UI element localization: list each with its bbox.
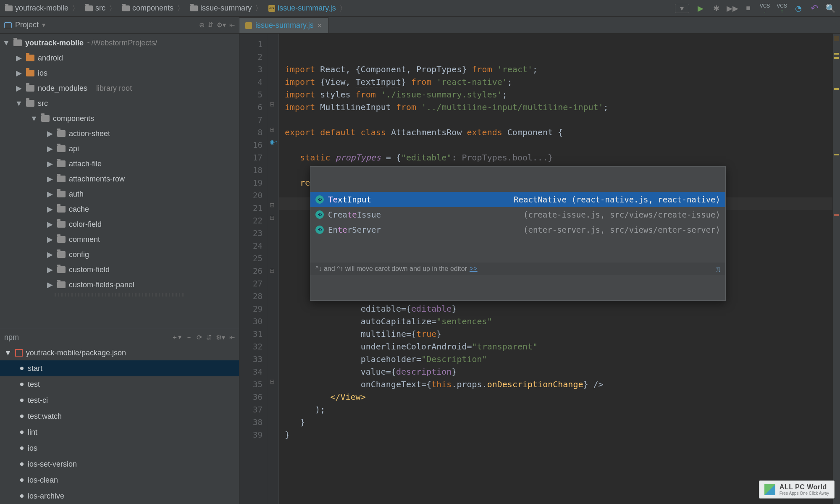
gear-icon[interactable]: ⚙▾ xyxy=(216,333,225,341)
project-tree[interactable]: ▼ youtrack-mobile ~/WebstormProjects/ ▶a… xyxy=(0,34,239,329)
fold-gutter[interactable]: ⊟ ⊞ ◉↑ ⊟ ⊟ ⊟ ⊟ xyxy=(267,34,279,504)
tree-root[interactable]: ▼ youtrack-mobile ~/WebstormProjects/ xyxy=(0,35,239,50)
fold-icon[interactable]: ⊟ xyxy=(270,202,275,208)
tab-issue-summary[interactable]: issue-summary.js ✕ xyxy=(239,17,328,33)
npm-script-item[interactable]: test xyxy=(0,376,239,392)
error-stripe[interactable] xyxy=(832,34,840,504)
chevron-right-icon[interactable]: ▶ xyxy=(46,265,54,274)
tree-item[interactable]: ▶attachments-row xyxy=(0,171,239,186)
fold-icon[interactable]: ⊟ xyxy=(270,267,275,274)
line-number[interactable]: 17 xyxy=(239,151,262,164)
chevron-right-icon[interactable]: ▶ xyxy=(15,84,23,93)
coverage-icon[interactable]: ▶▶ xyxy=(728,4,737,13)
vcs-commit-icon[interactable]: VCS↑ xyxy=(777,3,787,13)
vcs-update-icon[interactable]: VCS↓ xyxy=(760,3,770,13)
completion-item[interactable]: ⟲EnterServer(enter-server.js, src/views/… xyxy=(310,222,725,237)
npm-script-item[interactable]: ios-archive xyxy=(0,488,239,504)
line-number[interactable]: 21 xyxy=(239,202,262,214)
line-number[interactable]: 26 xyxy=(239,265,262,277)
tree-item[interactable]: ▶action-sheet xyxy=(0,126,239,141)
npm-script-item[interactable]: test-ci xyxy=(0,392,239,408)
tree-item[interactable]: ▶api xyxy=(0,141,239,156)
chevron-right-icon[interactable]: ▶ xyxy=(46,129,54,138)
tree-item[interactable]: ▶cache xyxy=(0,202,239,217)
resize-handle[interactable] xyxy=(55,293,184,297)
line-number[interactable]: 22 xyxy=(239,214,262,227)
line-number[interactable]: 1 xyxy=(239,38,262,50)
fold-icon[interactable]: ⊞ xyxy=(270,126,275,133)
line-number[interactable]: 23 xyxy=(239,227,262,239)
line-number[interactable]: 31 xyxy=(239,328,262,340)
line-number[interactable]: 38 xyxy=(239,416,262,428)
locate-icon[interactable]: ⊕ xyxy=(199,21,205,29)
fold-icon[interactable]: ⊟ xyxy=(270,378,275,385)
line-number[interactable]: 6 xyxy=(239,101,262,113)
remove-icon[interactable]: － xyxy=(186,333,192,342)
fold-icon[interactable]: ⊟ xyxy=(270,214,275,221)
line-gutter[interactable]: 1234567816171819202122232425262728293031… xyxy=(239,34,267,504)
tree-item[interactable]: ▶auth xyxy=(0,186,239,202)
tree-item[interactable]: ▶custom-field xyxy=(0,262,239,277)
line-number[interactable]: 34 xyxy=(239,365,262,378)
chevron-right-icon[interactable]: ▶ xyxy=(46,280,54,289)
hide-icon[interactable]: ⇤ xyxy=(229,21,235,29)
chevron-right-icon[interactable]: ▶ xyxy=(46,189,54,199)
gear-icon[interactable]: ⚙▾ xyxy=(217,21,226,29)
line-number[interactable]: 24 xyxy=(239,239,262,252)
line-number[interactable]: 28 xyxy=(239,290,262,302)
chevron-right-icon[interactable]: ▶ xyxy=(46,250,54,259)
npm-script-item[interactable]: test:watch xyxy=(0,408,239,424)
completion-item[interactable]: ⟲CreateIssue(create-issue.js, src/views/… xyxy=(310,207,725,222)
tree-item[interactable]: ▶custom-fields-panel xyxy=(0,277,239,292)
line-number[interactable]: 27 xyxy=(239,277,262,290)
code-editor[interactable]: 1234567816171819202122232425262728293031… xyxy=(239,34,840,504)
chevron-right-icon[interactable]: ▶ xyxy=(15,53,23,63)
popup-hint-link[interactable]: >> xyxy=(470,262,478,275)
chevron-right-icon[interactable]: ▶ xyxy=(46,159,54,168)
chevron-down-icon[interactable]: ▼ xyxy=(30,114,38,123)
line-number[interactable]: 8 xyxy=(239,126,262,139)
chevron-down-icon[interactable]: ▼ xyxy=(3,39,10,47)
stop-icon[interactable]: ■ xyxy=(744,4,753,13)
npm-script-item[interactable]: ios-set-version xyxy=(0,456,239,472)
line-number[interactable]: 37 xyxy=(239,403,262,416)
tree-item-node-modules[interactable]: ▶node_modules library root xyxy=(0,81,239,96)
chevron-down-icon[interactable]: ▼ xyxy=(4,349,12,357)
npm-script-item[interactable]: start xyxy=(0,360,239,376)
chevron-right-icon[interactable]: ▶ xyxy=(46,174,54,184)
npm-script-item[interactable]: ios xyxy=(0,440,239,456)
code-completion-popup[interactable]: ⟲TextInputReactNative (react-native.js, … xyxy=(310,166,726,301)
line-number[interactable]: 33 xyxy=(239,353,262,365)
history-icon[interactable]: ◔ xyxy=(794,4,803,13)
line-number[interactable]: 25 xyxy=(239,252,262,265)
completion-item[interactable]: ⟲TextInputReactNative (react-native.js, … xyxy=(310,192,725,207)
chevron-down-icon[interactable]: ▼ xyxy=(15,99,23,108)
collapse-icon[interactable]: ⇵ xyxy=(206,333,212,341)
pi-icon[interactable]: π xyxy=(716,262,720,275)
tree-item[interactable]: ▶attach-file xyxy=(0,156,239,171)
line-number[interactable]: 5 xyxy=(239,88,262,101)
refresh-icon[interactable]: ⟳ xyxy=(197,333,202,341)
tree-item-components[interactable]: ▼components xyxy=(0,111,239,126)
tree-item-ios[interactable]: ▶ios xyxy=(0,66,239,81)
line-number[interactable]: 32 xyxy=(239,340,262,353)
tree-item-android[interactable]: ▶android xyxy=(0,50,239,66)
tree-item-src[interactable]: ▼src xyxy=(0,96,239,111)
line-number[interactable]: 36 xyxy=(239,391,262,403)
line-number[interactable]: 4 xyxy=(239,76,262,88)
npm-root[interactable]: ▼ youtrack-mobile/package.json xyxy=(0,345,239,360)
npm-script-item[interactable]: lint xyxy=(0,424,239,440)
chevron-right-icon[interactable]: ▶ xyxy=(46,235,54,244)
npm-script-item[interactable]: ios-clean xyxy=(0,472,239,488)
line-number[interactable]: 16 xyxy=(239,139,262,151)
debug-icon[interactable]: ✱ xyxy=(712,4,721,13)
run-config-dropdown[interactable]: ▾ xyxy=(675,4,689,13)
run-icon[interactable]: ▶ xyxy=(696,4,705,13)
chevron-right-icon[interactable]: ▶ xyxy=(46,205,54,214)
line-number[interactable]: 2 xyxy=(239,50,262,63)
search-icon[interactable]: 🔍 xyxy=(826,4,835,13)
add-icon[interactable]: ＋▾ xyxy=(171,333,181,342)
tree-item[interactable]: ▶color-field xyxy=(0,217,239,232)
inspection-status-icon[interactable] xyxy=(834,36,839,41)
chevron-right-icon[interactable]: ▶ xyxy=(46,220,54,229)
